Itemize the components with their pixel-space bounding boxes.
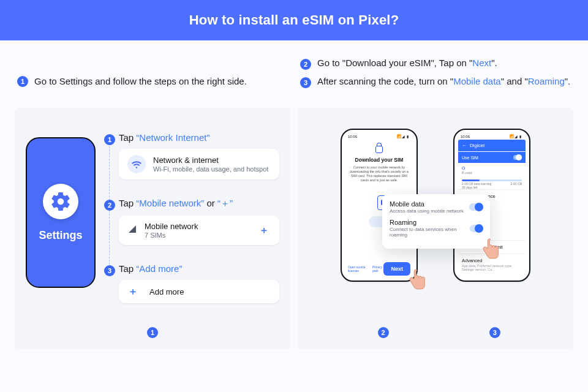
step-badge: 1 [104,134,115,145]
phone1-title: Download your SIM [355,157,404,163]
carrier-header: ← Digicel [458,140,526,151]
panel-foot-badge-2: 2 [378,327,389,338]
left-intro: 1 Go to Settings and follow the steps on… [15,40,290,99]
gear-icon [43,184,78,219]
phones-row: 10:06 📶◢▮ Download your SIM Connect to y… [310,129,561,282]
status-bar: 10:06 📶◢▮ [345,134,413,140]
overlay-row-roaming[interactable]: Roaming Connect to data services when ro… [390,219,483,238]
plan-label: O 8 used [458,163,526,178]
card-add-more[interactable]: ＋ Add more [119,280,279,303]
steps: 1 Tap “Network Internet” Network & inter… [104,132,279,338]
intro-row-2: 2 Go to "Download your eSIM", Tap on "Ne… [298,58,573,70]
usage-bar [462,179,522,181]
card-mobile-network[interactable]: Mobile network 7 SIMs ＋ [119,216,279,245]
intro-text: Go to "Download your eSIM", Tap on "Next… [317,58,497,68]
right-intro: 2 Go to "Download your eSIM", Tap on "Ne… [298,40,573,99]
back-arrow-icon[interactable]: ← [462,143,467,148]
toggle-overlay: Mobile data Access data using mobile net… [382,194,490,249]
battery-icon: ▮ [407,135,410,138]
step-badge: 1 [17,76,28,87]
next-button[interactable]: Next [383,262,410,276]
hl-next: Next [472,58,491,68]
phone1-sub: Connect to your mobile network by downlo… [349,165,409,183]
page-title: How to install an eSIM on Pixel? [189,12,399,28]
phone-settings-label: Settings [39,229,82,242]
step-badge: 2 [300,59,311,70]
page-hero: How to install an eSIM on Pixel? [0,0,588,40]
intro-text: Go to Settings and follow the steps on t… [34,76,247,86]
intro-row-3: 3 After scanning the code, turn on "Mobi… [298,76,573,88]
step-badge: 2 [104,200,115,211]
step-3: 3 Tap “Add more” ＋ Add more [104,263,279,303]
card-title: Add more [149,287,184,296]
lock-icon [375,146,383,153]
row-advanced[interactable]: Advanced App data, Preferred network typ… [458,254,526,275]
step-badge: 3 [300,77,311,88]
panel-foot-badge-3: 3 [489,327,500,338]
hl-mobiledata: Mobile data [453,76,501,86]
signal-icon: ◢ [402,135,405,138]
overlay-row-mobile-data[interactable]: Mobile data Access data using mobile net… [390,200,483,214]
wifi-icon: 📶 [510,135,513,138]
panel-columns: Settings 1 Tap “Network Internet” Networ… [0,99,588,349]
phone-settings: Settings [26,137,96,288]
intro-columns: 1 Go to Settings and follow the steps on… [0,40,588,99]
use-sim-row[interactable]: Use SIM [458,152,526,163]
panel-right: 10:06 📶◢▮ Download your SIM Connect to y… [298,108,573,349]
panel-foot-badge-1: 1 [147,327,158,338]
card-network-internet[interactable]: Network & internet Wi-Fi, mobile, data u… [119,149,279,179]
signal-icon [127,224,137,236]
intro-text: After scanning the code, turn on "Mobile… [317,76,570,86]
card-title: Mobile network [145,222,198,231]
card-sub: Wi-Fi, mobile, data usage, and hotspot [153,165,268,173]
wifi-icon: 📶 [397,135,401,138]
panel-left: Settings 1 Tap “Network Internet” Networ… [15,108,290,349]
wifi-icon [127,155,146,173]
usage-labels: 2.00 GB data warning30 days left 2.00 GB [462,182,522,189]
legal-links[interactable]: Open source licenses·Privacy path [348,265,383,273]
status-bar: 10:06 📶◢▮ [458,134,526,140]
card-title: Network & internet [153,156,268,165]
toggle-icon[interactable] [513,155,522,160]
phone-data-roaming: 10:06 📶◢▮ ← Digicel Use SIM O 8 used [453,129,530,282]
plus-icon: ＋ [127,286,138,297]
signal-icon: ◢ [514,135,518,138]
intro-row-1: 1 Go to Settings and follow the steps on… [15,51,290,87]
hl-roaming: Roaming [528,76,565,86]
battery-icon: ▮ [519,135,523,138]
card-sub: 7 SIMs [145,232,198,239]
plus-icon[interactable]: ＋ [258,225,270,236]
toggle-icon[interactable] [470,225,483,232]
step-1: 1 Tap “Network Internet” Network & inter… [104,132,279,179]
step-badge: 3 [104,265,115,276]
toggle-icon[interactable] [469,203,483,211]
step-2: 2 Tap “Mobile network” or “＋” Mobile net… [104,198,279,245]
